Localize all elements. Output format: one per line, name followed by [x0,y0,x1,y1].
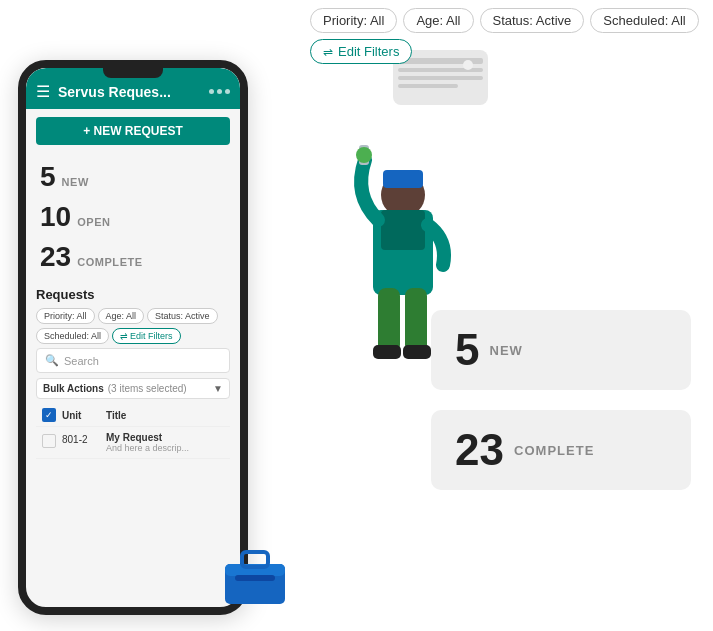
svg-rect-18 [403,345,431,359]
svg-rect-7 [398,84,458,88]
bulk-count-label: (3 items selected) [108,383,187,394]
svg-rect-22 [235,575,275,581]
phone-status-pill[interactable]: Status: Active [147,308,218,324]
hamburger-icon[interactable]: ☰ [36,82,50,101]
col-unit-header: Unit [62,410,100,421]
svg-rect-11 [383,170,423,188]
phone-filter-pills: Priority: All Age: All Status: Active [36,308,230,324]
phone-dot-1 [209,89,214,94]
stat-card-new-label: NEW [489,343,522,358]
phone-mockup: ☰ Servus Reques... + NEW REQUEST 5 NEW 1… [18,60,248,615]
phone-filter-icon: ⇌ [120,331,128,341]
svg-rect-16 [405,288,427,353]
toolbox-illustration [220,542,290,611]
svg-rect-17 [373,345,401,359]
stat-number-open: 10 [40,203,71,231]
bulk-chevron-icon: ▼ [213,383,223,394]
row-title-block: My Request And here a descrip... [106,432,224,453]
svg-rect-6 [398,76,483,80]
row-title-text: My Request [106,432,224,443]
stat-card-complete-number: 23 [455,428,504,472]
stat-card-complete-label: COMPLETE [514,443,595,458]
stats-section: 5 NEW 10 OPEN 23 COMPLETE [26,153,240,281]
stat-card-new-number: 5 [455,328,479,372]
edit-filters-label: Edit Filters [338,44,399,59]
phone-scheduled-pill[interactable]: Scheduled: All [36,328,109,344]
row-description: And here a descrip... [106,443,224,453]
bulk-actions-label: Bulk Actions [43,383,104,394]
requests-title: Requests [36,287,230,302]
stat-label-open: OPEN [77,216,110,228]
filter-pills-area: Priority: All Age: All Status: Active Sc… [310,8,713,64]
phone-header-dots [209,89,230,94]
stat-number-complete: 23 [40,243,71,271]
new-request-button[interactable]: + NEW REQUEST [36,117,230,145]
search-placeholder-text: Search [64,355,99,367]
stat-card-new: 5 NEW [431,310,691,390]
table-header: ✓ Unit Title [36,404,230,427]
table-row[interactable]: 801-2 My Request And here a descrip... [36,427,230,459]
header-checkbox[interactable]: ✓ [42,408,56,422]
status-filter-pill[interactable]: Status: Active [480,8,585,33]
col-title-header: Title [106,410,224,421]
svg-rect-12 [381,210,425,250]
row-unit-value: 801-2 [62,432,100,445]
stat-number-new: 5 [40,163,56,191]
checkbox-check-icon: ✓ [45,410,53,420]
edit-filters-pill[interactable]: ⇌ Edit Filters [310,39,412,64]
search-bar[interactable]: 🔍 Search [36,348,230,373]
stat-card-complete: 23 COMPLETE [431,410,691,490]
stat-label-complete: COMPLETE [77,256,143,268]
phone-edit-filters-pill[interactable]: ⇌ Edit Filters [112,328,181,344]
search-icon: 🔍 [45,354,59,367]
svg-rect-15 [378,288,400,353]
age-filter-pill[interactable]: Age: All [403,8,473,33]
phone-inner: ☰ Servus Reques... + NEW REQUEST 5 NEW 1… [26,68,240,607]
phone-edit-label: Edit Filters [130,331,173,341]
phone-dot-2 [217,89,222,94]
phone-dot-3 [225,89,230,94]
phone-age-pill[interactable]: Age: All [98,308,145,324]
phone-notch [103,68,163,78]
bulk-actions-bar[interactable]: Bulk Actions (3 items selected) ▼ [36,378,230,399]
stat-row-complete: 23 COMPLETE [40,237,226,277]
requests-section: Requests Priority: All Age: All Status: … [26,281,240,463]
svg-point-14 [356,147,372,163]
phone-priority-pill[interactable]: Priority: All [36,308,95,324]
phone-filter-pills-2: Scheduled: All ⇌ Edit Filters [36,328,230,344]
priority-filter-pill[interactable]: Priority: All [310,8,397,33]
filter-icon: ⇌ [323,45,333,59]
stat-row-new: 5 NEW [40,157,226,197]
stat-label-new: NEW [62,176,89,188]
scheduled-filter-pill[interactable]: Scheduled: All [590,8,698,33]
row-checkbox[interactable] [42,434,56,448]
phone-app-title: Servus Reques... [58,84,201,100]
stat-row-open: 10 OPEN [40,197,226,237]
